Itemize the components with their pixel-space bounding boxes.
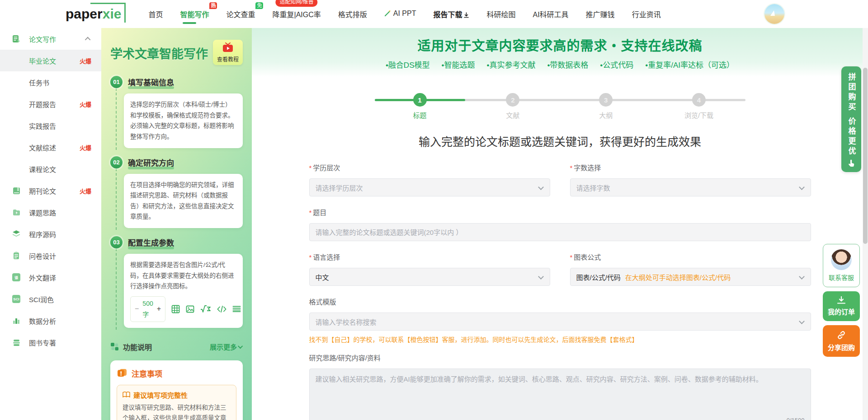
promo-bullets: •融合DS模型 •智能选题 •真实参考文献 •带数据表格 •公式代码 •重复率/…: [252, 59, 868, 70]
format-template-select[interactable]: 请输入学校名称搜索: [309, 313, 811, 331]
brand-logo[interactable]: paperxie: [66, 6, 121, 22]
show-more-link[interactable]: 展示更多: [210, 342, 243, 351]
research-ideas-textarea[interactable]: [309, 369, 811, 420]
progress-step-literature[interactable]: 2 文献: [506, 93, 519, 120]
sidebar-item-foreign-translation[interactable]: 译 外文翻译: [0, 266, 101, 288]
nav-item-label: AI PPT: [393, 9, 416, 17]
notice-box-completeness: 建议填写项完整性 建议填写研究思路、研究材料和方法三个输入框，这些信息是生成高质…: [117, 385, 236, 420]
sidebar-item-data-analysis[interactable]: 数据分析: [0, 310, 101, 331]
progress-step-preview-download[interactable]: 4 浏览/下载: [684, 93, 713, 120]
group-buy-banner[interactable]: 拼团购买 价格更优: [841, 66, 861, 172]
word-count-stepper[interactable]: − 500 字 +: [130, 296, 165, 322]
user-avatar[interactable]: [764, 4, 784, 24]
page-scrollbar[interactable]: [863, 28, 868, 420]
sidebar-item-label: 开题报告: [29, 99, 56, 109]
label-text: 图表公式: [574, 253, 601, 261]
promo-title: 适用对于文章内容要求高的需求・支持在线改稿: [252, 35, 868, 54]
nav-item-label: 降重复|AIGC率: [272, 11, 321, 19]
step-2-header: 02 确定研究方向: [110, 156, 243, 168]
title-label: *题目: [309, 207, 811, 217]
translate-icon: 译: [12, 273, 21, 282]
video-tv-icon: [222, 42, 234, 52]
promo-bullet: •带数据表格: [547, 59, 588, 70]
chart-formula-select[interactable]: 图表/公式/代码 在大纲处可手动选择图表/公式/代码: [570, 268, 811, 286]
questionnaire-icon: [12, 251, 21, 260]
code-icon[interactable]: [217, 305, 226, 313]
journal-paper-icon: [12, 186, 21, 195]
step-1-number: 01: [110, 76, 123, 88]
step-label: 大纲: [599, 110, 613, 120]
sidebar-item-proposal-report[interactable]: 开题报告 火爆: [0, 93, 101, 115]
sidebar-item-task-book[interactable]: 任务书: [0, 71, 101, 93]
research-ideas-label: 研究思路/研究内容/资料: [309, 353, 811, 362]
nav-item-sci-drawing[interactable]: 科研绘图: [486, 6, 515, 22]
sidebar-item-course-paper[interactable]: 课程论文: [0, 158, 101, 180]
word-count-select[interactable]: 请选择字数: [570, 178, 811, 196]
sidebar-item-sci-polish[interactable]: SCI SCI润色: [0, 288, 101, 310]
click-hand-icon: [847, 159, 855, 168]
formula-icon[interactable]: [200, 305, 211, 313]
sidebar-item-topic-ideas[interactable]: 课题思路: [0, 201, 101, 223]
nav-item-industry-news[interactable]: 行业资讯: [632, 6, 661, 22]
scrollbar-thumb[interactable]: [863, 68, 868, 244]
nav-item-promotion-earn[interactable]: 推广赚钱: [586, 6, 615, 22]
sidebar-item-paper-writing[interactable]: 论文写作: [0, 28, 101, 50]
step-label: 标题: [413, 110, 427, 120]
nav-item-ai-ppt[interactable]: AI PPT: [384, 7, 416, 21]
chart-formula-hint: 在大纲处可手动选择图表/公式/代码: [625, 272, 731, 282]
education-level-label: *学历层次: [309, 163, 550, 172]
chart-formula-label: *图表公式: [570, 252, 811, 261]
chevron-down-icon: [799, 318, 805, 324]
image-icon[interactable]: [186, 305, 194, 313]
sidebar-item-label: 数据分析: [29, 316, 56, 326]
progress-step-title[interactable]: 1 标题: [413, 93, 427, 120]
sidebar-item-literature-review[interactable]: 文献综述 火爆: [0, 136, 101, 158]
nav-item-report-download[interactable]: 报告下载: [433, 6, 469, 23]
book-icon: [123, 392, 130, 398]
education-level-select[interactable]: 请选择学历层次: [309, 178, 550, 196]
download-tray-icon: [837, 296, 846, 304]
language-select[interactable]: 中文: [309, 268, 550, 286]
step-circle: 4: [692, 93, 706, 107]
sci-icon-glyph: SCI: [12, 295, 20, 303]
list-lines-icon[interactable]: [232, 305, 241, 313]
nav-item-ai-writing[interactable]: 智能写作热: [180, 6, 209, 22]
sidebar-item-label: 问卷设计: [29, 251, 56, 261]
label-text: 字数选择: [574, 164, 601, 172]
step-3-number: 03: [110, 236, 123, 248]
promo-bullet: •智能选题: [442, 59, 475, 70]
progress-step-outline[interactable]: 3 大纲: [599, 93, 613, 120]
nav-item-plagiarism-check[interactable]: 论文查重免: [226, 6, 255, 22]
sidebar-item-journal-paper[interactable]: 期刊论文 火爆: [0, 180, 101, 201]
word-count-value: 500 字: [142, 298, 153, 320]
nav-item-label: 论文查重: [226, 11, 255, 19]
word-count-label: *字数选择: [570, 163, 811, 172]
sidebar-item-graduation-thesis[interactable]: 毕业论文 火爆: [0, 50, 101, 71]
nav-item-reduce-aigc[interactable]: 降重复|AIGC率适配知网/维普: [272, 6, 321, 22]
label-text: 学历层次: [313, 164, 340, 172]
step-circle: 2: [506, 93, 519, 107]
label-text: 格式模版: [309, 298, 336, 306]
decrease-button[interactable]: −: [135, 303, 139, 315]
sidebar-item-book-monograph[interactable]: 图书专著: [0, 331, 101, 353]
contact-support-widget[interactable]: 联系客服: [823, 244, 860, 287]
table-icon[interactable]: [171, 305, 180, 313]
share-group-buy-button[interactable]: 分享团购: [823, 325, 860, 357]
my-orders-button[interactable]: 我的订单: [823, 291, 860, 321]
sidebar-item-practice-report[interactable]: 实践报告: [0, 115, 101, 136]
warning-icon: [117, 368, 127, 378]
nav-item-format-layout[interactable]: 格式排版: [338, 6, 367, 22]
hot-fire-badge: 火爆: [80, 143, 91, 152]
sidebar-item-questionnaire-design[interactable]: 问卷设计: [0, 245, 101, 266]
sidebar-item-label: 期刊论文: [29, 186, 56, 196]
step-circle: 1: [413, 93, 427, 107]
nav-item-home[interactable]: 首页: [148, 6, 163, 22]
label-text: 研究思路/研究内容/资料: [309, 354, 381, 362]
nav-item-ai-research-tools[interactable]: AI科研工具: [533, 6, 568, 22]
select-placeholder: 请选择字数: [576, 183, 610, 192]
sidebar-item-label: 文献综述: [29, 143, 56, 152]
increase-button[interactable]: +: [157, 303, 161, 315]
title-input[interactable]: [309, 223, 811, 241]
sidebar-item-source-code[interactable]: 程序源码: [0, 223, 101, 245]
view-tutorial-button[interactable]: 查看教程: [213, 40, 243, 65]
